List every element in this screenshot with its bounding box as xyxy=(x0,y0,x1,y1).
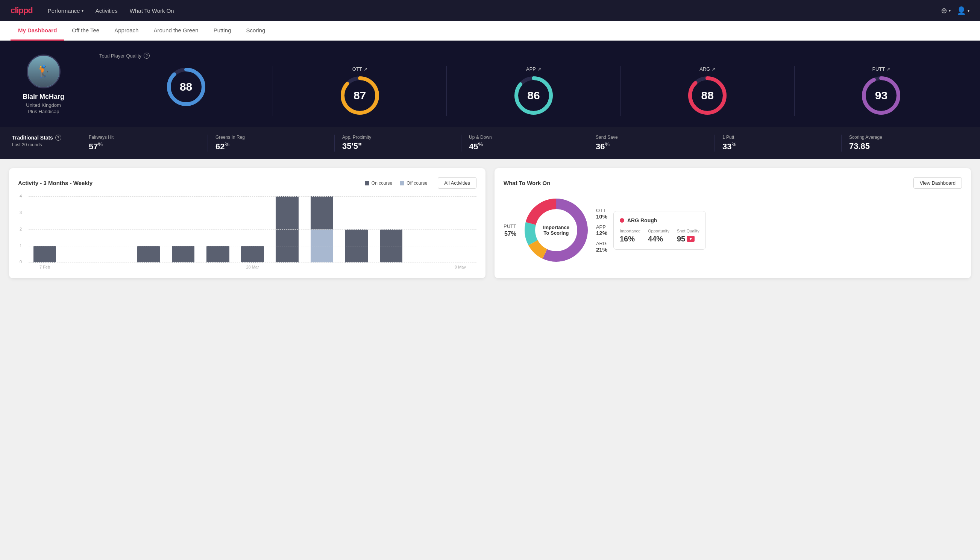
score-arg: ARG ↗ 88 xyxy=(621,66,795,116)
overall-ring: 88 xyxy=(165,66,207,108)
bar-on-course xyxy=(311,196,333,229)
help-icon[interactable]: ? xyxy=(144,53,150,59)
chart-legend: On course Off course xyxy=(365,180,428,186)
x-axis-labels: 7 Feb 28 Mar 9 May xyxy=(28,265,476,269)
avatar: 🏌️ xyxy=(27,55,60,88)
on-course-dot xyxy=(365,181,369,185)
bottom-section: Activity - 3 Months - Weekly On course O… xyxy=(0,159,980,287)
ott-ring: 87 xyxy=(339,75,381,116)
score-ott: OTT ↗ 87 xyxy=(273,66,447,116)
bar-on-course xyxy=(137,246,160,263)
ott-trend-icon: ↗ xyxy=(364,67,368,72)
scores-section: Total Player Quality ? 88 xyxy=(87,53,968,116)
donut-right-labels: OTT 10% APP 12% ARG 21% xyxy=(596,208,607,253)
bar-group-8 xyxy=(271,196,303,263)
tab-my-dashboard[interactable]: My Dashboard xyxy=(10,21,64,41)
logo[interactable]: clippd xyxy=(10,6,33,15)
stats-subtitle: Last 20 rounds xyxy=(12,142,63,147)
work-on-title: What To Work On xyxy=(504,180,550,186)
arg-value: 88 xyxy=(701,89,714,102)
nav-activities[interactable]: Activities xyxy=(95,8,118,14)
stats-title: Traditional Stats ? xyxy=(12,135,63,141)
putt-value: 93 xyxy=(875,89,887,102)
stat-app-proximity: App. Proximity 35'5" xyxy=(335,135,461,152)
player-info: 🏌️ Blair McHarg United Kingdom Plus Hand… xyxy=(12,55,87,114)
work-on-card: What To Work On View Dashboard PUTT 57% xyxy=(494,168,971,278)
bar-group-4 xyxy=(132,196,165,263)
bar-on-course xyxy=(172,246,195,263)
score-rings: 88 OTT ↗ 87 xyxy=(99,66,968,116)
score-overall: 88 xyxy=(99,66,273,116)
putt-label: PUTT ↗ xyxy=(872,66,890,72)
chevron-down-icon: ▾ xyxy=(82,8,83,13)
scores-title: Total Player Quality ? xyxy=(99,53,968,59)
hero-top: 🏌️ Blair McHarg United Kingdom Plus Hand… xyxy=(12,53,968,116)
hero-section: 🏌️ Blair McHarg United Kingdom Plus Hand… xyxy=(0,41,980,127)
bar-on-course xyxy=(33,246,56,263)
add-icon[interactable]: ⊕ ▾ xyxy=(941,6,951,15)
donut-left-labels: PUTT 57% xyxy=(504,223,516,237)
stat-greens-in-reg: Greens In Reg 62% xyxy=(208,135,335,152)
bar-on-course xyxy=(206,246,229,263)
ott-label: OTT ↗ xyxy=(353,66,368,72)
user-icon[interactable]: 👤 ▾ xyxy=(957,6,970,15)
bar-on-course xyxy=(345,229,368,263)
shot-quality-badge: ▼ xyxy=(687,236,695,242)
arg-trend-icon: ↗ xyxy=(712,67,715,72)
bar-group-6 xyxy=(201,196,234,263)
avatar-image: 🏌️ xyxy=(28,56,60,87)
player-handicap: Plus Handicap xyxy=(28,109,60,114)
bar-on-course xyxy=(276,196,298,263)
stats-help-icon[interactable]: ? xyxy=(55,135,61,141)
putt-trend-icon: ↗ xyxy=(886,67,890,72)
nav-links: Performance ▾ Activities What To Work On xyxy=(48,8,941,14)
activity-card: Activity - 3 Months - Weekly On course O… xyxy=(9,168,486,278)
stats-items: Fairways Hit 57% Greens In Reg 62% App. … xyxy=(72,135,968,152)
stats-label-group: Traditional Stats ? Last 20 rounds xyxy=(12,135,72,147)
arg-info-box: ARG Rough Importance 16% Opportunity 44%… xyxy=(613,211,706,250)
tab-off-the-tee[interactable]: Off the Tee xyxy=(64,21,107,41)
nav-right: ⊕ ▾ 👤 ▾ xyxy=(941,6,970,15)
donut-center-text: Importance To Scoring xyxy=(543,225,569,236)
ott-value: 87 xyxy=(353,89,366,102)
score-app: APP ↗ 86 xyxy=(447,66,621,116)
nav-what-to-work-on[interactable]: What To Work On xyxy=(130,8,174,14)
tab-bar: My Dashboard Off the Tee Approach Around… xyxy=(0,21,980,41)
bar-group-10 xyxy=(340,196,373,263)
putt-ring: 93 xyxy=(860,75,902,116)
tab-around-the-green[interactable]: Around the Green xyxy=(146,21,206,41)
info-shot-quality: Shot Quality 95 ▼ xyxy=(677,229,699,243)
tab-putting[interactable]: Putting xyxy=(206,21,239,41)
stat-1-putt: 1 Putt 33% xyxy=(715,135,842,152)
app-trend-icon: ↗ xyxy=(537,67,541,72)
activity-chart-title: Activity - 3 Months - Weekly xyxy=(18,180,93,186)
bar-group-7 xyxy=(236,196,268,263)
overall-value: 88 xyxy=(180,80,192,93)
player-name: Blair McHarg xyxy=(23,93,64,101)
info-importance: Importance 16% xyxy=(620,229,641,243)
info-stats: Importance 16% Opportunity 44% Shot Qual… xyxy=(620,229,699,243)
stat-fairways-hit: Fairways Hit 57% xyxy=(81,135,208,152)
stats-bar: Traditional Stats ? Last 20 rounds Fairw… xyxy=(0,127,980,159)
bar-on-course xyxy=(380,229,403,263)
all-activities-button[interactable]: All Activities xyxy=(438,177,476,189)
view-dashboard-button[interactable]: View Dashboard xyxy=(913,177,962,189)
app-value: 86 xyxy=(527,89,540,102)
bar-group-11 xyxy=(375,196,407,263)
tab-approach[interactable]: Approach xyxy=(107,21,146,41)
donut-chart: Importance To Scoring xyxy=(522,196,590,264)
bar-off-course xyxy=(311,229,333,263)
info-box-title-text: ARG Rough xyxy=(627,217,657,223)
off-course-dot xyxy=(400,181,404,185)
activity-card-header: Activity - 3 Months - Weekly On course O… xyxy=(18,177,476,189)
work-on-card-header: What To Work On View Dashboard xyxy=(504,177,962,189)
app-label: APP ↗ xyxy=(526,66,541,72)
top-nav: clippd Performance ▾ Activities What To … xyxy=(0,0,980,21)
tab-scoring[interactable]: Scoring xyxy=(238,21,273,41)
arg-ring: 88 xyxy=(687,75,728,116)
bar-group-9 xyxy=(306,196,338,263)
player-country: United Kingdom xyxy=(26,102,61,108)
nav-performance[interactable]: Performance ▾ xyxy=(48,8,83,14)
arg-dot xyxy=(620,218,624,223)
score-putt: PUTT ↗ 93 xyxy=(795,66,968,116)
